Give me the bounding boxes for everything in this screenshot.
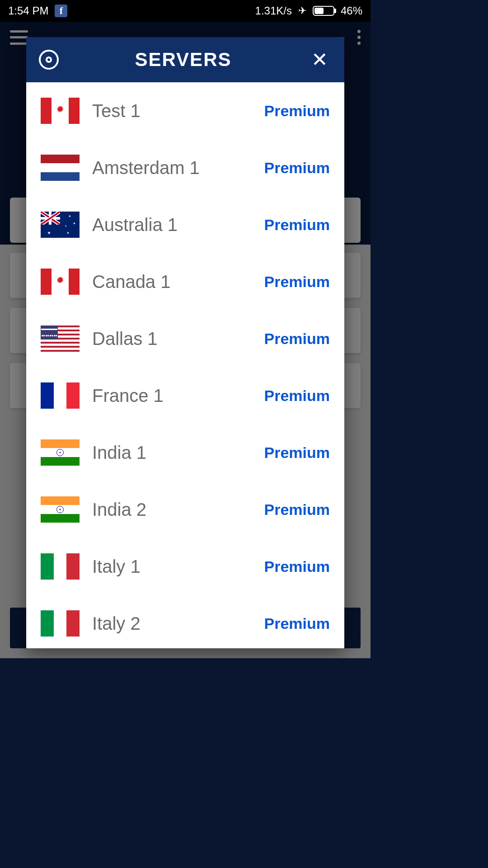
server-name: Canada 1 bbox=[92, 272, 252, 292]
flag-canada-icon bbox=[41, 269, 80, 295]
airplane-mode-icon: ✈ bbox=[298, 5, 306, 17]
server-name: Italy 1 bbox=[92, 557, 252, 577]
premium-badge: Premium bbox=[264, 159, 330, 177]
server-name: India 1 bbox=[92, 443, 252, 463]
server-name: Italy 2 bbox=[92, 613, 252, 634]
server-name: Dallas 1 bbox=[92, 329, 252, 349]
server-name: India 2 bbox=[92, 500, 252, 520]
flag-india-icon bbox=[41, 439, 80, 466]
status-bar: 1:54 PM f 1.31K/s ✈ 46% bbox=[0, 0, 371, 22]
status-time: 1:54 PM bbox=[8, 5, 48, 17]
flag-canada-icon bbox=[41, 98, 80, 124]
battery-icon bbox=[313, 6, 334, 16]
premium-badge: Premium bbox=[264, 330, 330, 348]
flag-france-icon bbox=[41, 382, 80, 409]
premium-badge: Premium bbox=[264, 615, 330, 632]
server-item[interactable]: Italy 1Premium bbox=[41, 538, 330, 595]
server-item[interactable]: Test 1Premium bbox=[41, 82, 330, 139]
premium-badge: Premium bbox=[264, 501, 330, 519]
server-item[interactable]: ✦✦✦✦✦Australia 1Premium bbox=[41, 196, 330, 253]
premium-badge: Premium bbox=[264, 102, 330, 120]
premium-badge: Premium bbox=[264, 387, 330, 405]
facebook-notification-icon: f bbox=[55, 5, 67, 17]
server-item[interactable]: France 1Premium bbox=[41, 367, 330, 424]
server-item[interactable]: Dallas 1Premium bbox=[41, 310, 330, 367]
more-dots-icon bbox=[343, 30, 361, 45]
premium-badge: Premium bbox=[264, 273, 330, 291]
server-name: Test 1 bbox=[92, 101, 252, 121]
close-button[interactable]: ✕ bbox=[308, 46, 332, 73]
server-name: France 1 bbox=[92, 386, 252, 406]
server-list[interactable]: Test 1PremiumAmsterdam 1Premium✦✦✦✦✦Aust… bbox=[26, 82, 344, 648]
hamburger-icon bbox=[10, 30, 28, 45]
flag-italy-icon bbox=[41, 553, 80, 580]
server-name: Australia 1 bbox=[92, 215, 252, 235]
servers-modal: SERVERS ✕ Test 1PremiumAmsterdam 1Premiu… bbox=[26, 37, 344, 648]
battery-percentage: 46% bbox=[341, 5, 362, 17]
flag-usa-icon bbox=[41, 326, 80, 352]
premium-badge: Premium bbox=[264, 216, 330, 234]
flag-australia-icon: ✦✦✦✦✦ bbox=[41, 212, 80, 238]
status-network-speed: 1.31K/s bbox=[255, 5, 292, 17]
flag-netherlands-icon bbox=[41, 155, 80, 181]
premium-badge: Premium bbox=[264, 444, 330, 462]
modal-title: SERVERS bbox=[135, 49, 232, 71]
premium-badge: Premium bbox=[264, 558, 330, 576]
location-icon bbox=[39, 50, 59, 70]
server-item[interactable]: India 2Premium bbox=[41, 481, 330, 538]
server-item[interactable]: Amsterdam 1Premium bbox=[41, 139, 330, 196]
flag-italy-icon bbox=[41, 610, 80, 637]
flag-india-icon bbox=[41, 496, 80, 523]
server-item[interactable]: Canada 1Premium bbox=[41, 253, 330, 310]
server-item[interactable]: India 1Premium bbox=[41, 424, 330, 481]
server-item[interactable]: Italy 2Premium bbox=[41, 595, 330, 648]
modal-header: SERVERS ✕ bbox=[26, 37, 344, 82]
server-name: Amsterdam 1 bbox=[92, 158, 252, 178]
